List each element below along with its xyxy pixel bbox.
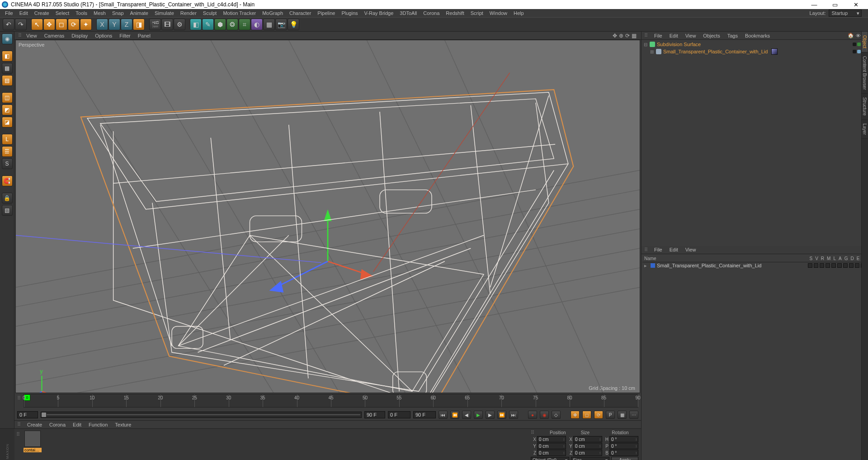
lock-workplane-button[interactable]: 🔒: [2, 193, 13, 204]
side-tab-object[interactable]: Object: [862, 32, 868, 52]
render-settings-button[interactable]: ⚙: [174, 19, 185, 30]
axis-x-lock[interactable]: X: [96, 19, 108, 30]
om-menu-objects[interactable]: Objects: [699, 32, 723, 39]
minimize-button[interactable]: —: [804, 0, 825, 9]
menu-create[interactable]: Create: [31, 9, 52, 17]
tree-toggle-icon[interactable]: ⊞: [650, 49, 654, 54]
material-swatch[interactable]: [24, 431, 41, 447]
attr-col-e[interactable]: E: [857, 256, 860, 261]
am-menu-edit[interactable]: Edit: [666, 246, 682, 253]
tweaks-mode-button[interactable]: ☰: [2, 146, 13, 157]
add-cube-button[interactable]: ◧: [190, 19, 202, 30]
timeline-range-slider[interactable]: [41, 412, 362, 418]
goto-end-button[interactable]: ⏭: [509, 411, 518, 419]
key-param-button[interactable]: P: [606, 411, 615, 419]
rotate-tool[interactable]: ⟳: [68, 19, 80, 30]
make-editable-button[interactable]: ◉: [2, 33, 13, 44]
material-name[interactable]: contain...: [24, 448, 42, 452]
tree-item-container-mesh[interactable]: ⊞ Small_Transparent_Plastic_Container_wi…: [642, 48, 867, 55]
layout-dropdown[interactable]: Startup: [829, 9, 862, 17]
mat-menu-function[interactable]: Function: [85, 421, 111, 428]
close-button[interactable]: ✕: [845, 0, 866, 9]
perspective-viewport[interactable]: Perspective Grid Spacing : 10 cm: [15, 40, 640, 393]
layer-dot[interactable]: [853, 43, 856, 46]
add-pen-button[interactable]: ✎: [202, 19, 214, 30]
menu-motion-tracker[interactable]: Motion Tracker: [220, 9, 259, 17]
om-menu-tags[interactable]: Tags: [724, 32, 741, 39]
attr-def-icon[interactable]: [849, 263, 854, 268]
keyframe-selection-button[interactable]: ◇: [552, 411, 561, 419]
layer-dot[interactable]: [853, 50, 856, 53]
attr-col-d[interactable]: D: [850, 256, 854, 261]
material-manager[interactable]: ⠿ contain...: [14, 429, 349, 460]
attribute-manager-body[interactable]: Name S V R M L A G D E X ▸ Small_Transpa…: [642, 254, 868, 460]
panel-grip-icon[interactable]: ⠿: [17, 422, 21, 427]
panel-grip-icon[interactable]: ⠿: [16, 432, 20, 458]
move-tool[interactable]: ✥: [43, 19, 55, 30]
range-end-field[interactable]: 90 F: [364, 411, 385, 418]
am-menu-file[interactable]: File: [651, 246, 666, 253]
attr-vis-icon[interactable]: [814, 263, 818, 268]
record-button[interactable]: ●: [528, 411, 537, 419]
panel-grip-icon[interactable]: ⠿: [17, 33, 23, 38]
menu-sculpt[interactable]: Sculpt: [200, 9, 220, 17]
edges-mode-button[interactable]: ◩: [2, 104, 13, 115]
attr-col-g[interactable]: G: [844, 256, 848, 261]
om-menu-view[interactable]: View: [682, 32, 700, 39]
menu-redshift[interactable]: Redshift: [443, 9, 467, 17]
vp-menu-filter[interactable]: Filter: [116, 32, 134, 39]
snap-s-button[interactable]: S: [2, 158, 13, 169]
add-camera-button[interactable]: 📷: [275, 19, 287, 30]
play-button[interactable]: ▶: [474, 411, 483, 419]
range-start-field[interactable]: 0 F: [17, 411, 38, 418]
vp-zoom-icon[interactable]: ⊕: [619, 33, 623, 39]
attr-col-r[interactable]: R: [821, 256, 824, 261]
menu-vray-bridge[interactable]: V-Ray Bridge: [361, 9, 397, 17]
panel-grip-icon[interactable]: ⠿: [17, 395, 21, 401]
menu-script[interactable]: Script: [467, 9, 486, 17]
rot-h-field[interactable]: 0 °: [609, 436, 638, 442]
om-menu-bookmarks[interactable]: Bookmarks: [741, 32, 774, 39]
key-scale-button[interactable]: ◻: [582, 411, 591, 419]
goto-prev-key-button[interactable]: ⏪: [450, 411, 459, 419]
attr-col-m[interactable]: M: [827, 256, 830, 261]
side-tab-layer[interactable]: Layer: [862, 120, 868, 139]
attr-anim-icon[interactable]: [837, 263, 842, 268]
add-floor-button[interactable]: ▦: [263, 19, 275, 30]
vp-menu-options[interactable]: Options: [91, 32, 116, 39]
tree-item-subdivision-surface[interactable]: ⊟ Subdivision Surface: [642, 41, 867, 48]
render-view-button[interactable]: 🎬: [149, 19, 161, 30]
goto-next-key-button[interactable]: ⏩: [497, 411, 506, 419]
autokey-button[interactable]: ◉: [540, 411, 549, 419]
redo-button[interactable]: ↷: [15, 19, 27, 30]
model-mode-button[interactable]: ◧: [2, 51, 13, 62]
key-pla-button[interactable]: ▦: [618, 411, 627, 419]
workplane-mode-button[interactable]: ▤: [2, 75, 13, 86]
am-menu-view[interactable]: View: [682, 246, 700, 253]
side-tab-structure[interactable]: Structure: [862, 94, 868, 120]
panel-grip-icon[interactable]: ⠿: [644, 33, 648, 38]
attr-expr-icon[interactable]: [855, 263, 859, 268]
vp-menu-view[interactable]: View: [23, 32, 41, 39]
attr-col-s[interactable]: S: [809, 256, 812, 261]
live-select-tool[interactable]: ↖: [31, 19, 43, 30]
vp-menu-display[interactable]: Display: [68, 32, 91, 39]
om-menu-file[interactable]: File: [651, 32, 666, 39]
points-mode-button[interactable]: ◫: [2, 92, 13, 103]
mat-menu-edit[interactable]: Edit: [69, 421, 85, 428]
key-pos-button[interactable]: ✥: [571, 411, 580, 419]
add-light-button[interactable]: 💡: [288, 19, 299, 30]
attr-row[interactable]: ▸ Small_Transparent_Plastic_Container_wi…: [642, 262, 867, 269]
texture-mode-button[interactable]: ▩: [2, 63, 13, 74]
menu-mograph[interactable]: MoGraph: [259, 9, 286, 17]
panel-grip-icon[interactable]: ⠿: [644, 247, 648, 253]
key-rot-button[interactable]: ⟳: [594, 411, 603, 419]
mat-menu-corona[interactable]: Corona: [46, 421, 69, 428]
next-frame-button[interactable]: ▶: [486, 411, 495, 419]
menu-window[interactable]: Window: [486, 9, 510, 17]
menu-simulate[interactable]: Simulate: [151, 9, 177, 17]
menu-select[interactable]: Select: [52, 9, 73, 17]
menu-render[interactable]: Render: [177, 9, 200, 17]
menu-tools[interactable]: Tools: [72, 9, 90, 17]
phong-tag-icon[interactable]: [771, 48, 778, 55]
